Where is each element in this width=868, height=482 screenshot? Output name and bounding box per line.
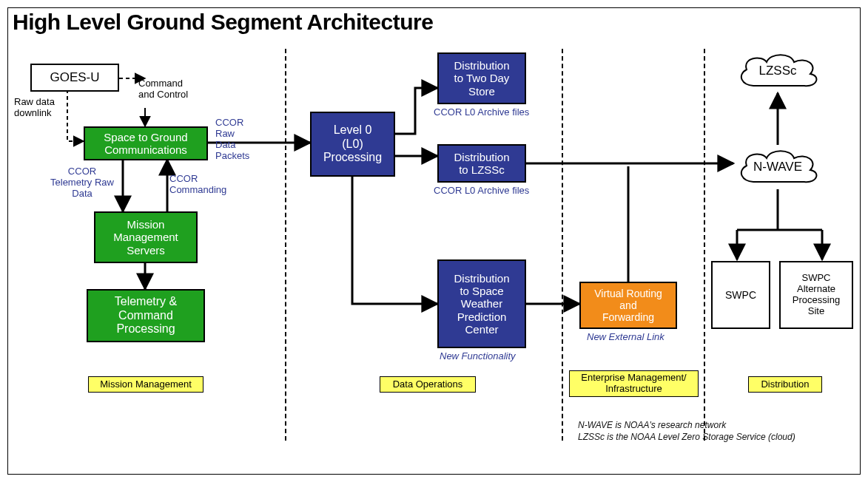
telemetry-command-processing-box: Telemetry & Command Processing <box>87 289 205 342</box>
section-enterprise-mgmt: Enterprise Management/ Infrastructure <box>569 370 699 397</box>
footnote-nwave: N-WAVE is NOAA's research network <box>578 421 726 431</box>
page-title: High Level Ground Segment Architecture <box>13 10 433 35</box>
section-mission-management: Mission Management <box>88 376 203 393</box>
distribution-lzssc-box: Distribution to LZSSc <box>437 144 526 183</box>
ccor-l0-archive-1-label: CCOR L0 Archive files <box>434 107 529 118</box>
new-functionality-label: New Functionality <box>440 351 516 362</box>
level-0-processing-box: Level 0 (L0) Processing <box>310 112 395 177</box>
column-divider-1 <box>285 49 286 441</box>
command-and-control-label: Command and Control <box>138 78 220 101</box>
lzssc-cloud: LZSSc <box>733 49 822 93</box>
footnote-lzssc: LZSSc is the NOAA Level Zero Storage Ser… <box>578 432 795 443</box>
distribution-two-day-box: Distribution to Two Day Store <box>437 52 526 104</box>
mission-mgmt-servers-box: Mission Management Servers <box>94 211 198 263</box>
new-external-link-label: New External Link <box>587 332 665 343</box>
raw-data-downlink-label: Raw data downlink <box>14 97 81 119</box>
lzssc-cloud-label: LZSSc <box>758 64 796 78</box>
virtual-routing-forwarding-box: Virtual Routing and Forwarding <box>579 282 677 329</box>
ccor-raw-packets-label: CCOR Raw Data Packets <box>215 118 267 162</box>
section-distribution: Distribution <box>748 376 822 393</box>
nwave-cloud: N-WAVE <box>733 145 822 189</box>
distribution-swpc-box: Distribution to Space Weather Prediction… <box>437 259 526 348</box>
swpc-box: SWPC <box>711 261 770 329</box>
goes-u-box: GOES-U <box>30 64 119 92</box>
nwave-cloud-label: N-WAVE <box>753 160 802 174</box>
space-to-ground-comm-box: Space to Ground Communications <box>84 126 208 160</box>
diagram-frame: High Level Ground Segment Architecture <box>7 7 861 475</box>
ccor-telemetry-raw-label: CCOR Telemetry Raw Data <box>45 166 119 200</box>
column-divider-2 <box>562 49 563 441</box>
ccor-commanding-label: CCOR Commanding <box>169 174 243 196</box>
section-data-operations: Data Operations <box>380 376 476 393</box>
ccor-l0-archive-2-label: CCOR L0 Archive files <box>434 186 529 197</box>
column-divider-3 <box>704 49 705 441</box>
swpc-alt-box: SWPC Alternate Processing Site <box>779 261 853 329</box>
